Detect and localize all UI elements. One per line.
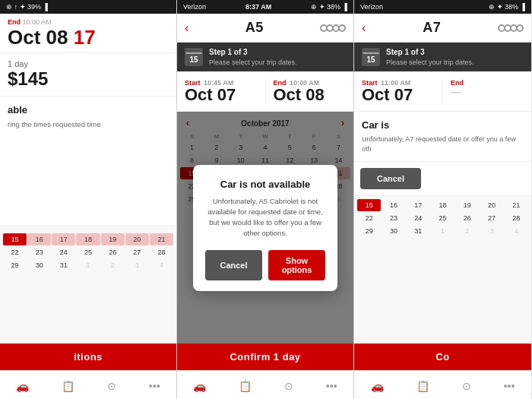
end-block-center: End 10:00 AM Oct 08 (269, 76, 351, 106)
right-cal-grid: 15 16 17 18 19 20 21 22 23 24 25 26 27 2… (357, 199, 528, 237)
nav-cal-icon-center[interactable]: 📋 (239, 380, 252, 392)
right-calendar: 15 16 17 18 19 20 21 22 23 24 25 26 27 2… (354, 196, 531, 344)
nav-more-icon-left[interactable]: ••• (149, 380, 160, 392)
status-icons-left: ⊕ ↑ ✦ 39% ▐ (6, 3, 48, 11)
back-button-right[interactable]: ‹ (362, 21, 366, 35)
date-selector-center: Start 10:45 AM Oct 07 End 10:00 AM Oct 0… (177, 71, 353, 112)
status-bar-right: Verizon ⊕ ✦ 38% ▐ (354, 0, 531, 14)
modal-buttons: Cancel Show options (205, 250, 325, 280)
app-header-right: ‹ A7 (354, 14, 531, 43)
end-date-right: — (451, 87, 524, 97)
start-block-right: Start 11:00 AM Oct 07 (357, 76, 439, 106)
cancel-button[interactable]: Cancel (205, 250, 262, 280)
date-divider-right (442, 79, 443, 103)
left-unavail-title: able (8, 104, 169, 116)
left-calendar: 15 16 17 18 19 20 21 22 23 24 25 26 27 2… (0, 225, 176, 344)
back-button-center[interactable]: ‹ (185, 21, 188, 35)
audi-ring-4 (338, 24, 346, 32)
car-model-right: A7 (423, 20, 441, 36)
step-text-right: Step 1 of 3 Please select your trip date… (386, 47, 474, 68)
center-phone-panel: Verizon 8:37 AM ⊕ ✦ 38% ▐ ‹ A5 ▬▬▬ 15 St… (177, 0, 354, 399)
carrier-right: Verizon (360, 3, 383, 11)
car-model-center: A5 (245, 20, 264, 36)
nav-cal-icon-right[interactable]: 📋 (416, 380, 429, 392)
status-bar-left: ⊕ ↑ ✦ 39% ▐ (0, 0, 176, 14)
modal-body: Unfortunately, A5 Cabriolet is not avail… (205, 196, 325, 239)
confirm-bar-right[interactable]: Co (354, 344, 531, 370)
left-unavail-body: ring the times requested time (8, 119, 169, 130)
left-bottom-nav: 🚗 📋 ⊙ ••• (0, 370, 176, 399)
show-options-button[interactable]: Show options (268, 250, 325, 280)
modal-overlay-center: Car is not available Unfortunately, A5 C… (177, 112, 353, 344)
battery-right: ⊕ ✦ 38% ▐ (489, 3, 525, 11)
end-label-right: End (451, 79, 524, 87)
right-buttons: Cancel (354, 162, 531, 196)
nav-car-icon-left[interactable]: 🚗 (16, 380, 29, 392)
carrier-center: Verizon (183, 3, 206, 11)
left-end-date: Oct 08 17 (8, 26, 169, 49)
left-price: $145 (8, 68, 169, 90)
start-date-center: Oct 07 (185, 87, 258, 103)
step-icon-right: ▬▬▬ 15 (362, 48, 380, 66)
calendar-area-center: ‹ October 2017 › S M T W T F S 1 2 3 4 5… (177, 112, 353, 344)
nav-car-icon-center[interactable]: 🚗 (193, 380, 206, 392)
audi-ring-r4 (516, 24, 524, 32)
nav-car-icon-right[interactable]: 🚗 (371, 380, 384, 392)
left-cal-grid: 15 16 17 18 19 20 21 22 23 24 25 26 27 2… (3, 228, 173, 271)
time-center: 8:37 AM (245, 3, 271, 11)
right-unavail-body: Unfortunately, A7 requested date or offe… (362, 135, 524, 154)
nav-more-icon-right[interactable]: ••• (504, 380, 515, 392)
left-confirm-bar[interactable]: itions (0, 344, 176, 370)
start-block-center: Start 10:45 AM Oct 07 (180, 76, 262, 106)
bottom-nav-right: 🚗 📋 ⊙ ••• (354, 370, 531, 399)
confirm-bar-center[interactable]: Confirm 1 day (177, 344, 353, 370)
right-confirm-label: Co (435, 351, 449, 363)
step-bar-center: ▬▬▬ 15 Step 1 of 3 Please select your tr… (177, 43, 353, 71)
step-text-center: Step 1 of 3 Please select your trip date… (209, 47, 297, 68)
end-block-right: End — (446, 76, 528, 106)
right-phone-panel: Verizon ⊕ ✦ 38% ▐ ‹ A7 ▬▬▬ 15 Step 1 of … (354, 0, 531, 399)
bottom-nav-center: 🚗 📋 ⊙ ••• (177, 370, 353, 399)
nav-fp-icon-right[interactable]: ⊙ (462, 380, 471, 392)
date-selector-right: Start 11:00 AM Oct 07 End — (354, 71, 531, 112)
left-days: 1 day (8, 59, 169, 68)
modal-title: Car is not available (205, 179, 325, 190)
modal-box-center: Car is not available Unfortunately, A5 C… (193, 165, 337, 291)
app-header-center: ‹ A5 (177, 14, 353, 43)
left-phone-panel: ⊕ ↑ ✦ 39% ▐ End 10:00 AM Oct 08 17 1 day… (0, 0, 177, 399)
right-unavail-title: Car is (362, 119, 524, 131)
nav-fp-icon-center[interactable]: ⊙ (284, 380, 293, 392)
date-divider-center (265, 79, 266, 103)
end-date-center: Oct 08 (274, 87, 347, 103)
audi-logo-right (498, 24, 524, 32)
start-date-right: Oct 07 (362, 87, 435, 103)
cancel-button-right[interactable]: Cancel (360, 168, 421, 189)
audi-logo-center (320, 24, 346, 32)
status-bar-center: Verizon 8:37 AM ⊕ ✦ 38% ▐ (177, 0, 353, 14)
nav-more-icon-center[interactable]: ••• (326, 380, 337, 392)
nav-fp-icon-left[interactable]: ⊙ (107, 380, 116, 392)
step-bar-right: ▬▬▬ 15 Step 1 of 3 Please select your tr… (354, 43, 531, 71)
left-unavail: able ring the times requested time (0, 97, 176, 225)
left-end-label: End 10:00 AM (8, 18, 169, 26)
battery-center: ⊕ ✦ 38% ▐ (311, 3, 347, 11)
nav-cal-icon-left[interactable]: 📋 (62, 380, 74, 392)
right-unavail: Car is Unfortunately, A7 requested date … (354, 112, 531, 162)
step-icon-center: ▬▬▬ 15 (185, 48, 203, 66)
